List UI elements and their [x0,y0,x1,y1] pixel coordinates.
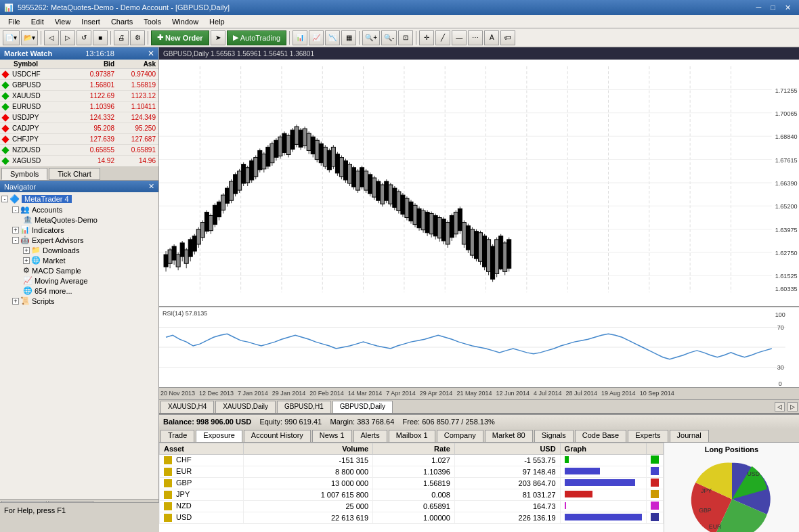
toolbar-zoom-in[interactable]: 🔍+ [362,30,380,45]
menu-help[interactable]: Help [204,16,230,27]
table-row[interactable]: USD 22 613 619 1.00000 226 136.19 [160,512,664,523]
nav-label-mt4[interactable]: MetaTrader 4 [22,195,72,203]
autotrading-button[interactable]: ▶ AutoTrading [227,30,287,45]
market-row-usdchf[interactable]: USDCHF 0.97387 0.97400 [0,69,158,80]
expand-scripts[interactable]: + [12,298,19,305]
market-row-nzdusd[interactable]: NZDUSD 0.65855 0.65891 [0,145,158,156]
menu-charts[interactable]: Charts [106,16,138,27]
toolbar-forward[interactable]: ▷ [60,30,75,45]
svg-rect-81 [278,137,282,156]
bottom-tab-journal[interactable]: Journal [670,430,709,442]
svg-rect-167 [454,212,458,234]
expand-indicators[interactable]: + [12,227,19,234]
menu-view[interactable]: View [49,16,77,27]
chart-tab-gbpusd-h1[interactable]: GBPUSD,H1 [277,401,331,413]
main-chart[interactable]: 1.71255 1.70065 1.68840 1.67615 1.66390 … [159,60,799,306]
chart-scroll-right[interactable]: ▷ [787,402,798,412]
toolbar-label[interactable]: 🏷 [500,30,515,45]
toolbar-arrow[interactable]: ➤ [211,30,225,45]
toolbar-refresh[interactable]: ↺ [77,30,91,45]
bottom-tab-exposure[interactable]: Exposure [196,430,242,442]
toolbar-text[interactable]: A [484,30,499,45]
nav-item-mt4[interactable]: - 🔷 MetaTrader 4 [1,194,157,204]
market-row-chfjpy[interactable]: CHFJPY 127.639 127.687 [0,134,158,145]
nav-item-market[interactable]: + 🌐 Market [1,255,157,265]
minimize-button[interactable]: ─ [752,1,766,14]
nav-tab-common[interactable]: Common [1,501,47,502]
chart-tab-gbpusd-daily[interactable]: GBPUSD,Daily [332,401,393,413]
new-order-button[interactable]: ✚ New Order [151,30,209,45]
market-row-cadjpy[interactable]: CADJPY 95.208 95.250 [0,123,158,134]
nav-item-scripts[interactable]: + 📜 Scripts [1,296,157,306]
nav-item-downloads[interactable]: + 📁 Downloads [1,245,157,255]
toolbar-chart1[interactable]: 📊 [293,30,307,45]
navigator-close[interactable]: ✕ [148,182,154,191]
market-watch-close[interactable]: ✕ [148,49,154,58]
table-row[interactable]: NZD 25 000 0.65891 164.73 [160,500,664,512]
menu-window[interactable]: Window [167,16,204,27]
expand-downloads[interactable]: + [23,247,30,254]
menu-edit[interactable]: Edit [26,16,49,27]
toolbar-hline[interactable]: — [452,30,467,45]
table-row[interactable]: CHF -151 315 1.027 -1 553.75 [160,454,664,466]
nav-item-moving-avg[interactable]: 📈 Moving Average [1,275,157,286]
nav-item-indicators[interactable]: + 📊 Indicators [1,225,157,235]
chart-scroll-left[interactable]: ◁ [775,402,785,412]
svg-rect-109 [335,154,339,173]
bottom-tab-news[interactable]: News 1 [312,430,352,442]
toolbar-print[interactable]: 🖨 [114,30,129,45]
toolbar-stop[interactable]: ■ [93,30,108,45]
bottom-tab-signals[interactable]: Signals [534,430,574,442]
nav-item-expert-advisors[interactable]: - 🤖 Expert Advisors [1,235,157,245]
toolbar-back[interactable]: ◁ [44,30,59,45]
expand-accounts[interactable]: - [12,206,19,213]
close-button[interactable]: ✕ [781,1,795,14]
bottom-tab-experts[interactable]: Experts [628,430,668,442]
market-row-eurusd[interactable]: EURUSD 1.10396 1.10411 [0,102,158,112]
tab-tick-chart[interactable]: Tick Chart [49,168,100,180]
market-row-gbpusd[interactable]: GBPUSD 1.56801 1.56819 [0,80,158,91]
maximize-button[interactable]: □ [766,1,779,14]
toolbar-prop[interactable]: ⚙ [130,30,145,45]
nav-item-demo-account[interactable]: 🏦 MetaQuotes-Demo [1,215,157,225]
toolbar-open[interactable]: 📂▾ [21,30,38,45]
bottom-tab-codebase[interactable]: Code Base [575,430,626,442]
chart-tab-xauusd-h4[interactable]: XAUUSD,H4 [160,401,214,413]
expand-ea[interactable]: - [12,237,19,244]
bottom-tab-mailbox[interactable]: Mailbox 1 [389,430,435,442]
expand-mt4[interactable]: - [1,196,8,202]
table-row[interactable]: JPY 1 007 615 800 0.008 81 031.27 [160,489,664,500]
nav-item-more[interactable]: 🌐 654 more... [1,286,157,296]
bottom-tab-alerts[interactable]: Alerts [353,430,387,442]
chart-tab-xauusd-daily[interactable]: XAUUSD,Daily [215,401,276,413]
expand-market[interactable]: + [23,257,30,264]
menu-file[interactable]: File [3,16,26,27]
toolbar-fit[interactable]: ⊡ [398,30,413,45]
market-row-xauusd[interactable]: XAUUSD 1122.69 1123.12 [0,91,158,102]
toolbar-chart3[interactable]: 📉 [325,30,340,45]
bottom-tab-market[interactable]: Market 80 [485,430,533,442]
toolbar-new[interactable]: 📄▾ [3,30,20,45]
toolbar-line[interactable]: ╱ [435,30,450,45]
toolbar-zoom-out[interactable]: 🔍- [381,30,397,45]
svg-rect-83 [282,133,286,152]
toolbar-chart2[interactable]: 📈 [309,30,324,45]
bid-xagusd: 14.92 [60,157,114,164]
asset-icon [164,514,172,522]
bottom-tab-company[interactable]: Company [437,430,483,442]
toolbar-chart4[interactable]: ▦ [341,30,356,45]
bottom-tab-trade[interactable]: Trade [160,430,194,442]
table-row[interactable]: EUR 8 800 000 1.10396 97 148.48 [160,466,664,477]
bottom-tab-account-history[interactable]: Account History [244,430,311,442]
nav-item-macd[interactable]: ⚙ MACD Sample [1,265,157,275]
menu-insert[interactable]: Insert [76,16,106,27]
market-row-xagusd[interactable]: XAGUSD 14.92 14.96 [0,156,158,167]
nav-tab-favorites[interactable]: Favorites [48,501,93,502]
market-row-usdjpy[interactable]: USDJPY 124.332 124.349 [0,112,158,123]
table-row[interactable]: GBP 13 000 000 1.56819 203 864.70 [160,477,664,489]
toolbar-more[interactable]: ⋯ [468,30,483,45]
menu-tools[interactable]: Tools [138,16,167,27]
toolbar-crosshair[interactable]: ✛ [419,30,434,45]
tab-symbols[interactable]: Symbols [1,168,47,180]
nav-item-accounts[interactable]: - 👥 Accounts [1,204,157,215]
